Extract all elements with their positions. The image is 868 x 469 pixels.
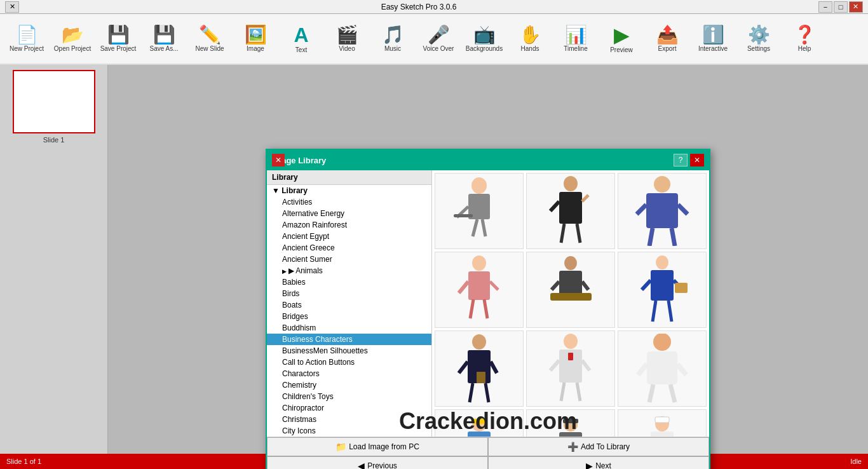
- preview-icon: ▶: [614, 25, 630, 45]
- svg-line-39: [491, 362, 497, 373]
- svg-rect-19: [468, 271, 490, 300]
- image-cell-9[interactable]: [618, 330, 707, 407]
- tree-item-bridges[interactable]: Bridges: [267, 311, 431, 322]
- svg-rect-63: [559, 432, 582, 437]
- toolbar-new-slide[interactable]: ✏️ New Slide: [188, 17, 231, 61]
- toolbar-voice-over[interactable]: 🎤 Voice Over: [417, 17, 460, 61]
- hands-icon: ✋: [519, 26, 541, 44]
- figure-10-svg: [454, 416, 505, 437]
- image-cell-2[interactable]: [526, 173, 615, 249]
- dialog-x-button[interactable]: ✕: [690, 154, 704, 167]
- svg-rect-33: [675, 283, 688, 293]
- image-cell-4[interactable]: [435, 252, 524, 328]
- text-icon: A: [294, 25, 308, 45]
- export-label: Export: [658, 45, 677, 52]
- next-label: Next: [595, 461, 611, 469]
- svg-line-48: [577, 383, 580, 401]
- save-as-label: Save As...: [149, 45, 178, 52]
- tree-item-call-to-action[interactable]: Call to Action Buttons: [267, 357, 431, 368]
- dialog-help-button[interactable]: ?: [674, 154, 688, 167]
- tree-item-amazon[interactable]: Amazon Rainforest: [267, 219, 431, 231]
- tree-item-library-root[interactable]: ▼ Library: [267, 185, 431, 196]
- tree-item-boats[interactable]: Boats: [267, 299, 431, 311]
- tree-item-chiropractor[interactable]: Chiropractor: [267, 402, 431, 414]
- music-icon: 🎵: [382, 26, 404, 44]
- tree-item-babies[interactable]: Babies: [267, 276, 431, 288]
- new-project-icon: 📄: [16, 26, 38, 44]
- figure-12-svg: [637, 416, 688, 437]
- tree-item-ancient-greece[interactable]: Ancient Greece: [267, 242, 431, 254]
- svg-line-10: [561, 224, 564, 243]
- svg-rect-40: [477, 372, 485, 383]
- add-to-library-button[interactable]: ➕ Add To Library: [488, 437, 709, 456]
- svg-point-29: [656, 255, 668, 269]
- add-library-label: Add To Library: [581, 442, 630, 451]
- svg-line-4: [473, 219, 477, 236]
- toolbar-text[interactable]: A Text: [280, 17, 323, 61]
- tree-item-chemistry[interactable]: Chemistry: [267, 379, 431, 391]
- image-grid: [435, 173, 707, 437]
- tree-item-buddhism[interactable]: Buddhism: [267, 322, 431, 334]
- slide-1-thumbnail[interactable]: [13, 70, 95, 133]
- image-cell-3[interactable]: [618, 173, 707, 249]
- toolbar-video[interactable]: 🎬 Video: [325, 17, 369, 61]
- image-cell-11[interactable]: [526, 409, 615, 437]
- maximize-button[interactable]: □: [834, 1, 848, 13]
- tree-item-charactors[interactable]: Charactors: [267, 368, 431, 379]
- image-cell-5[interactable]: [526, 252, 615, 328]
- hands-label: Hands: [521, 45, 539, 52]
- save-project-label: Save Project: [100, 45, 137, 52]
- toolbar-help[interactable]: ❓ Help: [783, 17, 826, 61]
- figure-4-svg: [452, 255, 506, 325]
- svg-line-34: [653, 301, 656, 322]
- tree-item-city-icons[interactable]: City Icons: [267, 425, 431, 437]
- add-library-icon: ➕: [567, 442, 578, 452]
- close-button[interactable]: ✕: [849, 1, 863, 13]
- toolbar-preview[interactable]: ▶ Preview: [600, 17, 643, 61]
- toolbar-image[interactable]: 🖼️ Image: [234, 17, 277, 61]
- load-image-button[interactable]: 📁 Load Image from PC: [267, 437, 488, 456]
- svg-line-53: [677, 364, 686, 375]
- svg-line-15: [678, 205, 688, 214]
- tree-item-businessmen-sil[interactable]: BusinessMen Silhouettes: [267, 345, 431, 357]
- minimize-button[interactable]: −: [818, 1, 832, 13]
- toolbar-hands[interactable]: ✋ Hands: [508, 17, 552, 61]
- tree-item-birds[interactable]: Birds: [267, 288, 431, 299]
- image-cell-8[interactable]: [526, 330, 615, 407]
- library-tree-header: Library: [267, 170, 431, 185]
- toolbar-settings[interactable]: ⚙️ Settings: [737, 17, 780, 61]
- tree-item-ancient-sumer[interactable]: Ancient Sumer: [267, 254, 431, 265]
- toolbar-music[interactable]: 🎵 Music: [371, 17, 414, 61]
- toolbar-timeline[interactable]: 📊 Timeline: [554, 17, 597, 61]
- image-cell-7[interactable]: [435, 330, 524, 407]
- tree-item-ancient-egypt[interactable]: Ancient Egypt: [267, 231, 431, 242]
- image-cell-6[interactable]: [618, 252, 707, 328]
- main-area: Slide 1 ✕ Image Library ? ✕: [0, 65, 868, 454]
- tree-item-christmas[interactable]: Christmas: [267, 414, 431, 425]
- toolbar-backgrounds[interactable]: 📺 Backgrounds: [463, 17, 506, 61]
- toolbar-interactive[interactable]: ℹ️ Interactive: [691, 17, 735, 61]
- svg-line-55: [670, 384, 675, 402]
- svg-line-11: [577, 224, 580, 243]
- previous-button[interactable]: ◀ Previous: [267, 456, 488, 469]
- image-cell-1[interactable]: [435, 173, 524, 249]
- toolbar-export[interactable]: 📤 Export: [646, 17, 689, 61]
- tree-item-childrens-toys[interactable]: Children's Toys: [267, 391, 431, 402]
- tree-item-activities[interactable]: Activities: [267, 196, 431, 208]
- tree-item-alt-energy[interactable]: Alternative Energy: [267, 208, 431, 219]
- toolbar-open-project[interactable]: 📂 Open Project: [51, 17, 94, 61]
- backgrounds-icon: 📺: [473, 26, 496, 44]
- toolbar-save-project[interactable]: 💾 Save Project: [97, 17, 140, 61]
- image-cell-12[interactable]: [618, 409, 707, 437]
- toolbar-new-project[interactable]: 📄 New Project: [5, 17, 48, 61]
- title-bar-controls: − □ ✕: [818, 1, 863, 13]
- figure-9-svg: [635, 334, 689, 404]
- image-cell-10[interactable]: [435, 409, 524, 437]
- tree-item-business-chars[interactable]: Business Characters: [267, 334, 431, 345]
- svg-line-52: [638, 364, 647, 375]
- tree-item-animals[interactable]: ▶ Animals: [267, 265, 431, 276]
- dialog-close-x-button[interactable]: ✕: [272, 154, 285, 167]
- next-button[interactable]: ▶ Next: [488, 456, 709, 469]
- toolbar-save-as[interactable]: 💾 Save As...: [142, 17, 186, 61]
- title-close-left[interactable]: ✕: [5, 1, 19, 13]
